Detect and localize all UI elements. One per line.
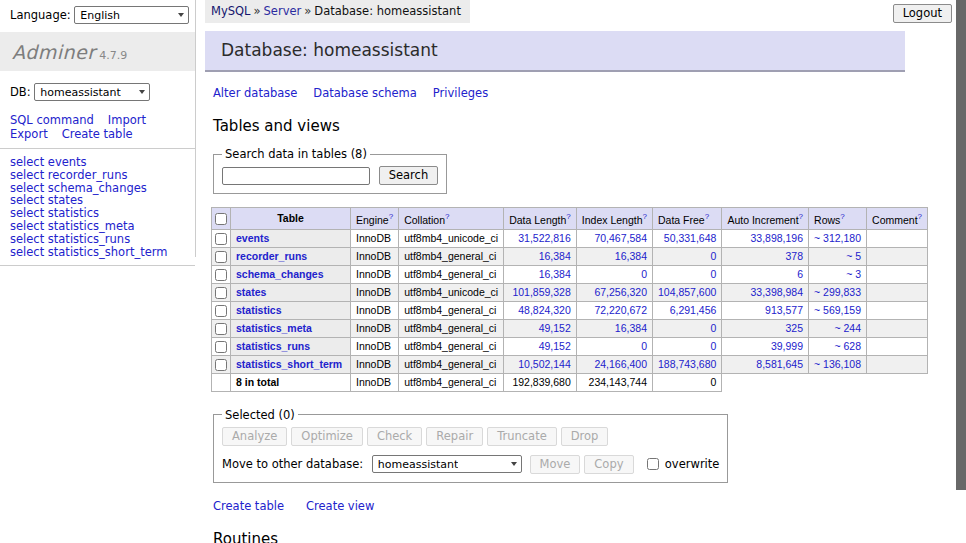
- index-length-link[interactable]: 72,220,672: [594, 304, 647, 316]
- search-button[interactable]: Search: [379, 166, 439, 185]
- column-hint-link[interactable]: ?: [643, 212, 647, 221]
- table-link-statistics-short-term[interactable]: statistics_short_term: [236, 358, 342, 370]
- copy-button[interactable]: Copy: [584, 455, 633, 474]
- rows-count-link[interactable]: ~ 628: [834, 340, 861, 352]
- table-link-statistics-meta[interactable]: statistics_meta: [236, 322, 312, 334]
- data-length-link[interactable]: 49,152: [539, 340, 571, 352]
- truncate-button[interactable]: Truncate: [487, 427, 557, 446]
- auto-increment-link[interactable]: 8,581,645: [756, 358, 803, 370]
- column-hint-link[interactable]: ?: [445, 212, 449, 221]
- privileges-link[interactable]: Privileges: [433, 86, 488, 100]
- table-link-schema-changes[interactable]: schema_changes: [236, 268, 324, 280]
- auto-increment-link[interactable]: 39,999: [771, 340, 803, 352]
- row-checkbox-statistics-short-term[interactable]: [215, 359, 227, 371]
- column-hint-link[interactable]: ?: [799, 212, 803, 221]
- data-length-link[interactable]: 16,384: [539, 268, 571, 280]
- sidebar-item-select-statistics-short-term[interactable]: select statistics_short_term: [10, 246, 185, 259]
- auto-increment-link[interactable]: 6: [797, 268, 803, 280]
- index-length-link[interactable]: 24,166,400: [594, 358, 647, 370]
- alter-database-link[interactable]: Alter database: [213, 86, 297, 100]
- collation-cell: utf8mb4_general_ci: [399, 265, 504, 283]
- data-free-link[interactable]: 50,331,648: [664, 232, 717, 244]
- rows-count-link[interactable]: ~ 299,833: [814, 286, 861, 298]
- column-hint-link[interactable]: ?: [705, 212, 709, 221]
- data-free-link[interactable]: 104,857,600: [658, 286, 716, 298]
- sidebar-export-link[interactable]: Export: [10, 127, 48, 141]
- rows-count-link[interactable]: ~ 3: [846, 268, 861, 280]
- search-input[interactable]: [222, 167, 370, 185]
- auto-increment-link[interactable]: 33,898,196: [750, 232, 803, 244]
- index-length-link[interactable]: 67,256,320: [594, 286, 647, 298]
- row-checkbox-schema-changes[interactable]: [215, 269, 227, 281]
- row-checkbox-recorder-runs[interactable]: [215, 251, 227, 263]
- data-length-link[interactable]: 16,384: [539, 250, 571, 262]
- index-length-link[interactable]: 70,467,584: [594, 232, 647, 244]
- rows-count-link[interactable]: ~ 5: [846, 250, 861, 262]
- table-link-statistics-runs[interactable]: statistics_runs: [236, 340, 310, 352]
- index-length-link[interactable]: 16,384: [615, 322, 647, 334]
- breadcrumb-server-link[interactable]: Server: [264, 4, 302, 18]
- page-scrollbar[interactable]: [956, 0, 966, 543]
- check-button[interactable]: Check: [367, 427, 422, 446]
- create-view-link[interactable]: Create view: [306, 499, 374, 513]
- data-free-link[interactable]: 6,291,456: [670, 304, 717, 316]
- drop-button[interactable]: Drop: [561, 427, 609, 446]
- table-link-events[interactable]: events: [236, 232, 269, 244]
- index-length-link[interactable]: 0: [641, 268, 647, 280]
- rows-count-link[interactable]: ~ 244: [834, 322, 861, 334]
- sidebar-import-link[interactable]: Import: [108, 113, 146, 127]
- data-length-link[interactable]: 31,522,816: [518, 232, 571, 244]
- repair-button[interactable]: Repair: [426, 427, 483, 446]
- data-length-link[interactable]: 48,824,320: [518, 304, 571, 316]
- index-length-link[interactable]: 0: [641, 340, 647, 352]
- data-free-link[interactable]: 0: [711, 250, 717, 262]
- sidebar-item-select-recorder-runs[interactable]: select recorder_runs: [10, 169, 185, 182]
- move-db-select[interactable]: homeassistant: [372, 455, 522, 473]
- scrollbar-thumb[interactable]: [956, 0, 966, 490]
- rows-count-link[interactable]: ~ 136,108: [814, 358, 861, 370]
- select-all-checkbox[interactable]: [215, 213, 227, 225]
- sidebar-create-table-link[interactable]: Create table: [62, 127, 133, 141]
- language-select[interactable]: English: [74, 6, 189, 24]
- table-link-statistics[interactable]: statistics: [236, 304, 282, 316]
- auto-increment-link[interactable]: 913,577: [765, 304, 803, 316]
- column-hint-link[interactable]: ?: [918, 212, 922, 221]
- breadcrumb-mysql-link[interactable]: MySQL: [211, 4, 251, 18]
- move-button[interactable]: Move: [530, 455, 581, 474]
- data-length-link[interactable]: 101,859,328: [512, 286, 570, 298]
- row-checkbox-statistics-runs[interactable]: [215, 341, 227, 353]
- column-hint-link[interactable]: ?: [566, 212, 570, 221]
- create-table-link[interactable]: Create table: [213, 499, 284, 513]
- auto-increment-link[interactable]: 378: [786, 250, 804, 262]
- column-hint-link[interactable]: ?: [840, 212, 844, 221]
- optimize-button[interactable]: Optimize: [291, 427, 363, 446]
- data-length-link[interactable]: 49,152: [539, 322, 571, 334]
- sidebar-item-select-statistics-runs[interactable]: select statistics_runs: [10, 233, 185, 246]
- rows-count-link[interactable]: ~ 312,180: [814, 232, 861, 244]
- data-length-link[interactable]: 10,502,144: [518, 358, 571, 370]
- sidebar-item-select-statistics-meta[interactable]: select statistics_meta: [10, 220, 185, 233]
- data-free-link[interactable]: 188,743,680: [658, 358, 716, 370]
- data-free-link[interactable]: 0: [711, 268, 717, 280]
- table-link-recorder-runs[interactable]: recorder_runs: [236, 250, 307, 262]
- auto-increment-link[interactable]: 33,398,984: [750, 286, 803, 298]
- rows-count-link[interactable]: ~ 569,159: [814, 304, 861, 316]
- sidebar-sql-command-link[interactable]: SQL command: [10, 113, 94, 127]
- column-hint-link[interactable]: ?: [389, 212, 393, 221]
- db-select[interactable]: homeassistant: [34, 83, 150, 101]
- row-checkbox-events[interactable]: [215, 233, 227, 245]
- overwrite-checkbox[interactable]: [647, 458, 659, 470]
- collation-cell: utf8mb4_general_ci: [399, 355, 504, 373]
- sidebar-item-select-events[interactable]: select events: [10, 156, 185, 169]
- table-link-states[interactable]: states: [236, 286, 266, 298]
- analyze-button[interactable]: Analyze: [222, 427, 287, 446]
- logout-button[interactable]: Logout: [893, 4, 952, 23]
- row-checkbox-statistics[interactable]: [215, 305, 227, 317]
- data-free-link[interactable]: 0: [711, 322, 717, 334]
- database-schema-link[interactable]: Database schema: [313, 86, 416, 100]
- index-length-link[interactable]: 16,384: [615, 250, 647, 262]
- auto-increment-link[interactable]: 325: [786, 322, 804, 334]
- data-free-link[interactable]: 0: [711, 340, 717, 352]
- row-checkbox-states[interactable]: [215, 287, 227, 299]
- row-checkbox-statistics-meta[interactable]: [215, 323, 227, 335]
